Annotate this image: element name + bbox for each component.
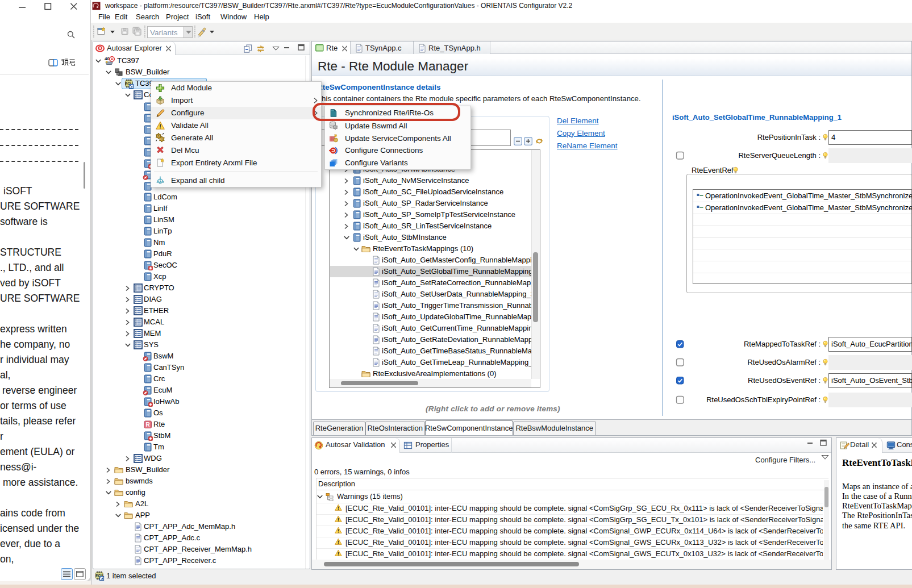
svg-text:R: R <box>146 422 151 428</box>
